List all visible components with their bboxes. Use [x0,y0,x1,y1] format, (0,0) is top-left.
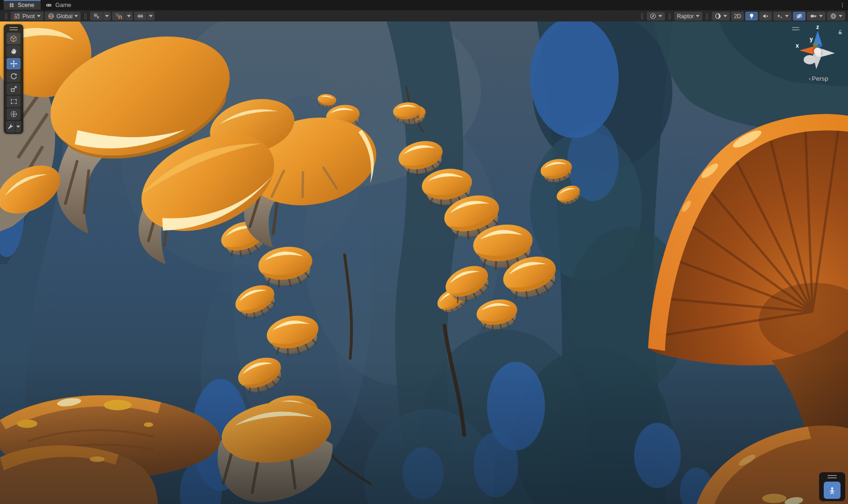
pivot-mode-label: Pivot [22,13,35,20]
chevron-down-icon [74,15,78,17]
view-options-overlay-handle[interactable] [706,13,708,20]
tab-bar: Scene Game [0,0,848,10]
scene-visibility-toggle[interactable] [793,12,806,21]
scene-viewport[interactable]: z y x ‹Persp [0,21,848,504]
chevron-down-icon [723,15,727,17]
move-icon [10,60,18,68]
handle-orientation-dropdown[interactable]: Global [45,12,81,21]
handle-orientation-label: Global [57,13,73,20]
move-tool-button[interactable] [7,58,21,70]
grid-snap-dropdown[interactable] [125,12,133,21]
scale-icon [10,85,18,93]
tools-overlay [4,24,23,134]
scene-lighting-toggle[interactable] [745,12,758,21]
pivot-icon [14,13,21,20]
grid-y-icon: Y [93,13,100,20]
gamepad-icon [45,2,52,8]
kebab-icon [839,2,846,8]
increment-snap-button[interactable] [134,12,147,21]
compass-icon [650,13,657,20]
mode-2d-label: 2D [734,13,741,20]
camera-select-label: Raptor [677,13,694,20]
chevron-down-icon [127,15,131,17]
gizmo-overlay-handle[interactable] [792,27,799,30]
grid-axis-button[interactable]: Y [90,12,103,21]
chevron-down-icon [37,15,41,17]
camera-select-dropdown[interactable]: Raptor [674,12,702,21]
gizmo-sphere-icon [830,13,837,20]
scene-view-toolbar: Pivot Global Y [0,10,848,22]
grid-snap-overlay-handle[interactable] [85,13,86,20]
gizmos-dropdown[interactable] [827,12,845,21]
mode-2d-toggle[interactable]: 2D [731,12,744,21]
vignette [0,21,848,504]
cube-icon [9,35,18,43]
tab-game[interactable]: Game [41,0,78,10]
camera-settings-dropdown[interactable] [807,12,826,21]
audio-toggle[interactable] [759,12,772,21]
grid-axis-dropdown[interactable] [103,12,111,21]
tool-context-button[interactable] [7,33,21,44]
bottom-overlay-handle[interactable] [827,474,837,480]
sparkle-icon [776,13,783,20]
chevron-down-icon [839,15,842,17]
hand-icon [10,47,18,55]
rect-icon [10,98,18,105]
draw-mode-dropdown[interactable] [712,12,730,21]
gizmo-z-label: z [816,24,819,30]
tab-game-label: Game [55,2,71,8]
scale-tool-button[interactable] [7,83,21,95]
gizmo-x-label: x [796,42,799,49]
gizmo-cones [799,31,835,69]
unity-scene-view-window: Scene Game Pivot [0,0,848,504]
scene-render [0,21,848,504]
chevron-down-icon [696,15,700,17]
view-hand-tool-button[interactable] [7,45,21,57]
effects-dropdown[interactable] [773,12,791,21]
svg-text:Y: Y [97,15,99,20]
shaded-sphere-icon [714,13,721,20]
projection-label: Persp [812,75,828,82]
cameras-overlay-handle[interactable] [669,13,671,20]
padlock-unlocked-icon[interactable] [837,29,843,35]
snap-magnet-icon [115,13,122,20]
projection-angle-glyph: ‹ [809,76,811,82]
tab-scene-label: Scene [18,2,34,8]
bottom-right-overlay [819,472,845,501]
orientation-gizmo-overlay: z y x ‹Persp [791,23,846,84]
grid-snap-button[interactable] [112,12,125,21]
projection-toggle[interactable]: ‹Persp [791,75,846,82]
eye-hidden-icon [796,13,803,20]
nav-pose-button[interactable] [824,482,841,499]
audio-muted-icon [762,13,769,20]
rect-tool-button[interactable] [7,96,21,107]
chevron-down-icon [819,15,823,17]
custom-tools-dropdown[interactable] [15,121,21,133]
wrench-icon [7,123,14,130]
rotate-tool-button[interactable] [7,70,21,82]
tool-settings-overlay-handle[interactable] [5,13,7,20]
tools-overlay-handle[interactable] [9,26,18,32]
camera-icon [810,13,817,20]
chevron-down-icon [785,15,789,17]
tab-scene[interactable]: Scene [4,0,41,10]
chevron-down-icon [658,15,662,17]
tab-options-button[interactable] [839,1,846,9]
grid-icon [8,2,15,8]
pivot-mode-dropdown[interactable]: Pivot [11,12,43,21]
rotate-icon [10,72,18,80]
transform-tool-button[interactable] [7,108,21,120]
increment-snap-dropdown[interactable] [147,12,155,21]
chevron-down-icon [16,126,20,128]
globe-icon [48,13,55,20]
bulb-icon [748,13,755,20]
custom-tools-button[interactable] [6,121,15,133]
gizmo-y-label: y [810,36,813,42]
person-icon [827,486,837,495]
chevron-down-icon [149,15,153,17]
scene-camera-overlay-handle[interactable] [641,13,643,20]
chevron-down-icon [105,15,109,17]
ruler-icon [137,13,144,20]
scene-camera-dropdown[interactable] [647,12,665,21]
transform-icon [10,110,18,118]
